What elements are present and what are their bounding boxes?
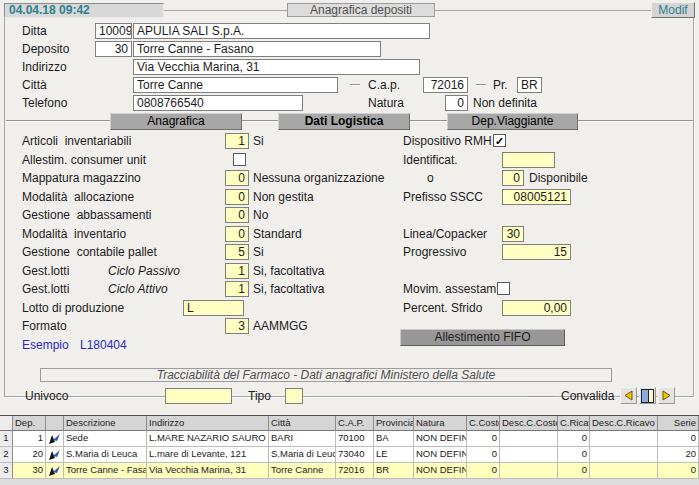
movim-assestam-label: Movim. assestam.: [403, 281, 500, 297]
deposito-code-field[interactable]: 30: [95, 41, 132, 57]
ditta-name-field[interactable]: APULIA SALI S.p.A.: [133, 23, 430, 39]
gestione-abbassamenti-field[interactable]: 0: [225, 207, 249, 223]
cell-natura[interactable]: NON DEFINITA: [414, 447, 467, 463]
allestimento-fifo-button[interactable]: Allestimento FIFO: [400, 329, 565, 346]
articoli-inventariabili-field[interactable]: 1: [225, 133, 249, 149]
cell-natura[interactable]: NON DEFINITA: [414, 463, 467, 479]
prefisso-sscc-field[interactable]: 08005121: [502, 189, 571, 205]
pen-icon: [46, 463, 64, 479]
modif-button[interactable]: Modif: [651, 2, 695, 18]
col-header-icon[interactable]: [46, 416, 64, 431]
cell-dep[interactable]: 20: [13, 447, 46, 463]
row-number[interactable]: 3: [0, 463, 13, 479]
cell-c-ricavo[interactable]: 0: [558, 463, 590, 479]
tab-anagrafica[interactable]: Anagrafica: [110, 113, 242, 130]
cell-cap[interactable]: 72016: [336, 463, 374, 479]
cell-cap[interactable]: 73040: [336, 447, 374, 463]
gestione-contabile-pallet-field[interactable]: 5: [225, 244, 249, 260]
col-header-cap[interactable]: C.A.P.: [336, 416, 374, 431]
cell-provincia[interactable]: BA: [374, 431, 414, 447]
cell-indirizzo[interactable]: Via Vecchia Marina, 31: [147, 463, 269, 479]
indirizzo-field[interactable]: Via Vecchia Marina, 31: [133, 59, 420, 75]
cell-citta[interactable]: S.Maria di Leuca: [269, 447, 336, 463]
cell-dep[interactable]: 1: [13, 431, 46, 447]
tab-dep-viaggiante[interactable]: Dep.Viaggiante: [447, 113, 578, 130]
progressivo-field[interactable]: 15: [502, 244, 571, 260]
deposito-label: Deposito: [22, 41, 69, 57]
movim-assestam-checkbox[interactable]: [497, 282, 510, 295]
formato-field[interactable]: 3: [225, 318, 249, 334]
citta-field[interactable]: Torre Canne: [133, 77, 338, 93]
col-header-c-costo[interactable]: C.Costo: [467, 416, 500, 431]
cell-natura[interactable]: NON DEFINITA: [414, 431, 467, 447]
cell-desc-c-costo[interactable]: [500, 447, 558, 463]
cell-provincia[interactable]: LE: [374, 447, 414, 463]
gest-lotti-passivo-field[interactable]: 1: [225, 263, 249, 279]
cell-indirizzo[interactable]: L.mare di Levante, 121: [147, 447, 269, 463]
cell-serie[interactable]: 0: [658, 431, 699, 447]
col-header-natura[interactable]: Natura: [414, 416, 467, 431]
dispositivo-rmh-label: Dispositivo RMH: [403, 133, 492, 149]
lotto-produzione-field[interactable]: L: [183, 300, 244, 316]
nav-prev-button[interactable]: [620, 387, 637, 404]
percent-sfrido-field[interactable]: 0,00: [502, 300, 571, 316]
col-header-descrizione[interactable]: Descrizione: [64, 416, 147, 431]
pr-field[interactable]: BR: [517, 77, 542, 93]
cell-c-costo[interactable]: 0: [467, 463, 500, 479]
modalita-inventario-desc: Standard: [253, 226, 302, 242]
cell-descrizione[interactable]: Torre Canne - Fasano: [64, 463, 147, 479]
modalita-allocazione-desc: Non gestita: [253, 189, 314, 205]
nav-page-button[interactable]: [639, 387, 656, 404]
cell-descrizione[interactable]: Sede: [64, 431, 147, 447]
col-header-citta[interactable]: Città: [269, 416, 336, 431]
cell-desc-c-ricavo[interactable]: [590, 431, 658, 447]
row-number[interactable]: 2: [0, 447, 13, 463]
cell-desc-c-ricavo[interactable]: [590, 447, 658, 463]
cell-c-ricavo[interactable]: 0: [558, 447, 590, 463]
mappatura-magazzino-field[interactable]: 0: [225, 170, 249, 186]
cell-dep[interactable]: 30: [13, 463, 46, 479]
row-number[interactable]: 1: [0, 431, 13, 447]
col-header-desc-c-ricavo[interactable]: Desc.C.Ricavo: [590, 416, 658, 431]
col-header-indirizzo[interactable]: Indirizzo: [147, 416, 269, 431]
cell-serie[interactable]: 20: [658, 447, 699, 463]
mappatura-magazzino-desc: Nessuna organizzazione: [253, 170, 384, 186]
telefono-field[interactable]: 0808766540: [133, 95, 303, 111]
gest-lotti-attivo-field[interactable]: 1: [225, 281, 249, 297]
cell-descrizione[interactable]: S.Maria di Leuca: [64, 447, 147, 463]
cell-cap[interactable]: 70100: [336, 431, 374, 447]
col-header-dep[interactable]: Dep.: [13, 416, 46, 431]
univoco-field[interactable]: [165, 388, 232, 404]
cell-provincia[interactable]: BR: [374, 463, 414, 479]
deposito-name-field[interactable]: Torre Canne - Fasano: [133, 41, 381, 57]
cell-c-costo[interactable]: 0: [467, 447, 500, 463]
modalita-inventario-field[interactable]: 0: [225, 226, 249, 242]
cell-desc-c-costo[interactable]: [500, 463, 558, 479]
cell-citta[interactable]: Torre Canne: [269, 463, 336, 479]
cell-serie[interactable]: 0: [658, 463, 699, 479]
tipo-field[interactable]: [285, 388, 303, 404]
col-header-provincia[interactable]: Provincia: [374, 416, 414, 431]
tab-dati-logistica[interactable]: Dati Logistica: [278, 113, 410, 130]
cap-field[interactable]: 72016: [423, 77, 468, 93]
col-header-desc-c-costo[interactable]: Desc.C.Costo: [500, 416, 558, 431]
cell-desc-c-ricavo[interactable]: [590, 463, 658, 479]
cell-desc-c-costo[interactable]: [500, 431, 558, 447]
modalita-allocazione-field[interactable]: 0: [225, 189, 249, 205]
col-header-c-ricavo[interactable]: C.Ricavo: [558, 416, 590, 431]
dispositivo-rmh-checkbox[interactable]: ✓: [493, 134, 506, 147]
ditta-code-field[interactable]: 10009: [95, 23, 132, 39]
o-field[interactable]: 0: [502, 170, 524, 186]
indirizzo-label: Indirizzo: [22, 59, 67, 75]
cell-c-ricavo[interactable]: 0: [558, 431, 590, 447]
allestim-consumer-unit-checkbox[interactable]: [233, 153, 246, 166]
linea-copacker-field[interactable]: 30: [502, 226, 524, 242]
nav-next-button[interactable]: [658, 387, 675, 404]
col-header-serie[interactable]: Serie: [658, 416, 699, 431]
natura-code-field[interactable]: 0: [445, 95, 468, 111]
cell-citta[interactable]: BARI: [269, 431, 336, 447]
identificat-field[interactable]: [502, 152, 555, 168]
prefisso-sscc-label: Prefisso SSCC: [403, 189, 483, 205]
cell-indirizzo[interactable]: L.MARE NAZARIO SAURO 211: [147, 431, 269, 447]
cell-c-costo[interactable]: 0: [467, 431, 500, 447]
